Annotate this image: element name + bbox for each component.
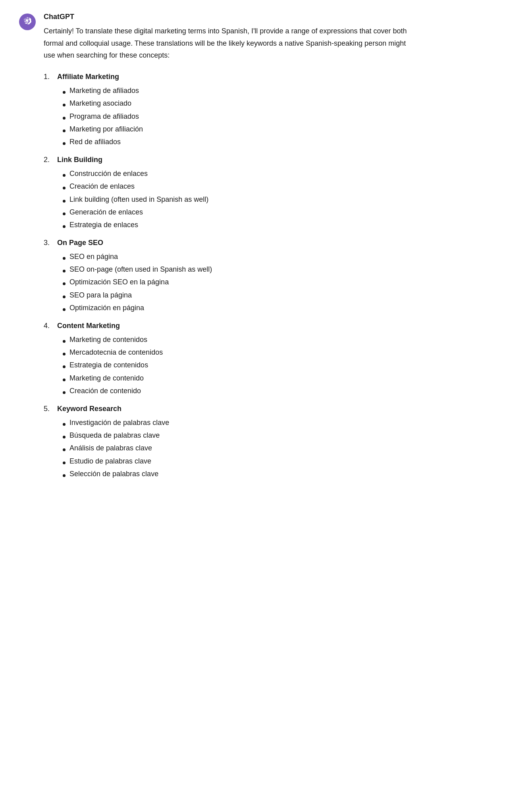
bullet-list: SEO en páginaSEO on-page (often used in …	[63, 250, 416, 315]
bullet-dot-icon	[63, 257, 66, 260]
list-item: 1.Affiliate MarketingMarketing de afilia…	[44, 73, 416, 149]
bullet-text: Estrategia de contenidos	[69, 359, 148, 371]
bullet-dot-icon	[63, 225, 66, 228]
item-header: 5.Keyword Research	[44, 405, 416, 413]
bullet-item: Búsqueda de palabras clave	[63, 429, 416, 442]
chat-response: ChatGPT Certainly! To translate these di…	[19, 13, 416, 488]
bullet-text: SEO on-page (often used in Spanish as we…	[69, 263, 212, 276]
bullet-item: Creación de contenido	[63, 384, 416, 397]
bullet-item: Análisis de palabras clave	[63, 442, 416, 454]
svg-point-0	[19, 14, 36, 30]
bullet-dot-icon	[63, 353, 66, 355]
bullet-text: Red de afiliados	[69, 135, 121, 148]
item-title: Keyword Research	[57, 405, 121, 413]
bullet-item: Marketing de contenidos	[63, 333, 416, 346]
bullet-text: Generación de enlaces	[69, 206, 143, 218]
bullet-item: Estudio de palabras clave	[63, 455, 416, 467]
bullet-item: Marketing por afiliación	[63, 123, 416, 135]
item-number: 5.	[44, 405, 55, 413]
bullet-text: Marketing de afiliados	[69, 84, 139, 97]
bullet-dot-icon	[63, 391, 66, 394]
bullet-item: SEO para la página	[63, 289, 416, 301]
bullet-item: Link building (often used in Spanish as …	[63, 193, 416, 206]
bullet-list: Investigación de palabras claveBúsqueda …	[63, 416, 416, 481]
item-number: 1.	[44, 73, 55, 81]
bullet-dot-icon	[63, 270, 66, 272]
bullet-text: SEO en página	[69, 250, 118, 263]
bullet-item: Generación de enlaces	[63, 206, 416, 218]
bullet-text: Marketing por afiliación	[69, 123, 143, 135]
bullet-text: SEO para la página	[69, 289, 132, 301]
bullet-dot-icon	[63, 104, 66, 106]
bullet-dot-icon	[63, 117, 66, 120]
list-item: 3.On Page SEOSEO en páginaSEO on-page (o…	[44, 239, 416, 315]
bullet-text: Programa de afiliados	[69, 110, 139, 123]
bullet-text: Creación de enlaces	[69, 180, 135, 193]
bullet-item: Investigación de palabras clave	[63, 416, 416, 429]
bullet-dot-icon	[63, 448, 66, 451]
bullet-dot-icon	[63, 142, 66, 145]
bullet-item: Estrategia de enlaces	[63, 218, 416, 231]
bullet-item: Optimización en página	[63, 301, 416, 314]
item-header: 4.Content Marketing	[44, 322, 416, 330]
bullet-item: Programa de afiliados	[63, 110, 416, 123]
item-number: 2.	[44, 156, 55, 164]
bullet-dot-icon	[63, 436, 66, 438]
bullet-text: Creación de contenido	[69, 384, 141, 397]
bullet-item: Marketing asociado	[63, 97, 416, 110]
bullet-dot-icon	[63, 200, 66, 203]
bullet-list: Construcción de enlacesCreación de enlac…	[63, 167, 416, 232]
bullet-text: Marketing de contenidos	[69, 333, 147, 346]
bullet-text: Mercadotecnia de contenidos	[69, 346, 163, 359]
bullet-dot-icon	[63, 212, 66, 215]
item-header: 1.Affiliate Marketing	[44, 73, 416, 81]
bullet-item: Marketing de afiliados	[63, 84, 416, 97]
item-title: Link Building	[57, 156, 102, 164]
item-title: Affiliate Marketing	[57, 73, 119, 81]
bullet-text: Optimización en página	[69, 301, 144, 314]
bullet-item: Estrategia de contenidos	[63, 359, 416, 371]
bullet-dot-icon	[63, 187, 66, 189]
bullet-text: Investigación de palabras clave	[69, 416, 169, 429]
bullet-text: Link building (often used in Spanish as …	[69, 193, 208, 206]
item-header: 2.Link Building	[44, 156, 416, 164]
bullet-dot-icon	[63, 129, 66, 132]
response-content: ChatGPT Certainly! To translate these di…	[44, 13, 416, 488]
item-header: 3.On Page SEO	[44, 239, 416, 247]
bullet-dot-icon	[63, 461, 66, 464]
bullet-text: Marketing de contenido	[69, 372, 144, 384]
bullet-item: Marketing de contenido	[63, 372, 416, 384]
bullet-item: SEO en página	[63, 250, 416, 263]
bullet-text: Selección de palabras clave	[69, 467, 158, 480]
bullet-dot-icon	[63, 91, 66, 94]
bullet-text: Marketing asociado	[69, 97, 131, 110]
bullet-dot-icon	[63, 295, 66, 298]
bullet-dot-icon	[63, 174, 66, 177]
item-number: 4.	[44, 322, 55, 330]
bullet-dot-icon	[63, 365, 66, 368]
sender-label: ChatGPT	[44, 13, 416, 21]
list-item: 2.Link BuildingConstrucción de enlacesCr…	[44, 156, 416, 232]
bullet-list: Marketing de contenidosMercadotecnia de …	[63, 333, 416, 398]
bullet-text: Optimización SEO en la página	[69, 276, 169, 288]
bullet-dot-icon	[63, 474, 66, 477]
bullet-dot-icon	[63, 282, 66, 285]
bullet-dot-icon	[63, 340, 66, 343]
bullet-dot-icon	[63, 378, 66, 381]
bullet-item: Selección de palabras clave	[63, 467, 416, 480]
chatgpt-avatar	[19, 14, 36, 30]
bullet-item: Red de afiliados	[63, 135, 416, 148]
bullet-item: Mercadotecnia de contenidos	[63, 346, 416, 359]
bullet-text: Estrategia de enlaces	[69, 218, 138, 231]
bullet-item: Optimización SEO en la página	[63, 276, 416, 288]
bullet-item: Construcción de enlaces	[63, 167, 416, 180]
bullet-text: Análisis de palabras clave	[69, 442, 152, 454]
list-item: 4.Content MarketingMarketing de contenid…	[44, 322, 416, 398]
bullet-item: Creación de enlaces	[63, 180, 416, 193]
bullet-dot-icon	[63, 308, 66, 311]
marketing-terms-list: 1.Affiliate MarketingMarketing de afilia…	[44, 73, 416, 481]
bullet-text: Búsqueda de palabras clave	[69, 429, 160, 442]
bullet-list: Marketing de afiliadosMarketing asociado…	[63, 84, 416, 149]
intro-paragraph: Certainly! To translate these digital ma…	[44, 25, 416, 62]
bullet-text: Estudio de palabras clave	[69, 455, 151, 467]
